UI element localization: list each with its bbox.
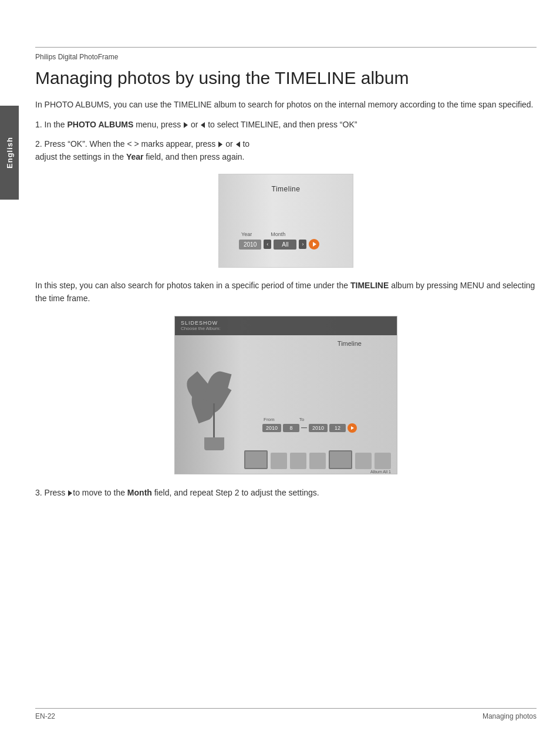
large-timeline-label: Timeline <box>338 340 362 347</box>
timeline-small-fields: Year Month 2010 ‹ All › <box>239 231 333 250</box>
step2-text: 2. Press “OK”. When the < > marks appear… <box>35 137 537 164</box>
to-year: 2010 <box>309 424 328 432</box>
left-arrow-btn: ‹ <box>264 240 271 249</box>
device-item-1 <box>271 453 287 469</box>
timeline-small-label: Timeline <box>272 185 301 193</box>
footer-page-number: EN-22 <box>35 712 55 720</box>
arrow-right-icon-2 <box>218 141 222 147</box>
step3-to: to move to the <box>73 488 127 497</box>
arrow-right-icon-3 <box>68 490 72 496</box>
between-paragraph: In this step, you can also search for ph… <box>35 279 537 305</box>
top-sub: Choose the Album: <box>181 326 391 331</box>
dash-sep: — <box>301 424 307 431</box>
field-row: 2010 ‹ All › <box>239 239 333 250</box>
brand-label: Philips Digital PhotoFrame <box>35 53 118 61</box>
all-value: All <box>274 240 296 250</box>
devices-row <box>175 437 397 469</box>
step1-text: 1. In the PHOTO ALBUMS menu, press or to… <box>35 118 537 131</box>
from-month: 8 <box>283 424 299 432</box>
top-title: SLIDESHOW <box>181 320 391 326</box>
timeline-image-large: SLIDESHOW Choose the Album: Timeline Fro… <box>174 316 397 474</box>
footer: EN-22 Managing photos <box>35 708 537 720</box>
device-item-2 <box>290 453 306 469</box>
month-field-bold: Month <box>127 488 152 497</box>
album-label: Album All 1 <box>370 470 391 474</box>
main-content: Philips Digital PhotoFrame Managing phot… <box>35 0 537 540</box>
from-to-controls: From To 2010 8 — 2010 12 <box>262 417 380 433</box>
from-year: 2010 <box>262 424 281 432</box>
to-label: To <box>299 417 304 422</box>
step3-text: 3. Press to move to the Month field, and… <box>35 486 537 499</box>
intro-paragraph: In PHOTO ALBUMS, you can use the TIMELIN… <box>35 99 537 112</box>
footer-section: Managing photos <box>483 712 537 720</box>
year-field-bold: Year <box>126 152 144 161</box>
year-label: Year <box>241 231 252 237</box>
month-label: Month <box>271 231 285 237</box>
arrow-right-icon <box>184 122 188 128</box>
arrow-left-icon <box>201 122 205 128</box>
timeline-bold: TIMELINE <box>350 281 389 290</box>
sidebar-language-tab: English <box>0 106 19 200</box>
sidebar-language-label: English <box>5 137 14 169</box>
step1-menu-bold: PHOTO ALBUMS <box>67 120 133 129</box>
from-to-labels: From To <box>262 417 380 422</box>
timeline-image-large-container: SLIDESHOW Choose the Album: Timeline Fro… <box>35 316 537 474</box>
plant-leaf-4 <box>203 369 231 405</box>
device-item-4 <box>355 453 372 469</box>
to-month: 12 <box>329 424 346 432</box>
top-bar: SLIDESHOW Choose the Album: <box>175 316 397 335</box>
arrow-left-icon-2 <box>236 141 240 147</box>
header-line: Philips Digital PhotoFrame <box>35 47 537 61</box>
right-arrow-btn: › <box>299 240 306 249</box>
from-to-row: 2010 8 — 2010 12 <box>262 423 380 433</box>
timeline-image-small-container: Timeline Year Month 2010 ‹ All › <box>35 174 537 268</box>
device-item-5 <box>375 453 391 469</box>
large-ok-btn <box>348 423 357 433</box>
page-title: Managing photos by using the TIMELINE al… <box>35 67 537 89</box>
field-labels: Year Month <box>239 231 333 237</box>
from-label: From <box>264 417 275 422</box>
timeline-image-small: Timeline Year Month 2010 ‹ All › <box>218 174 353 268</box>
year-value: 2010 <box>239 240 261 250</box>
device-item-3 <box>309 453 326 469</box>
device-frame-2 <box>329 450 352 469</box>
device-frame-1 <box>244 450 268 469</box>
ok-btn <box>309 239 319 250</box>
